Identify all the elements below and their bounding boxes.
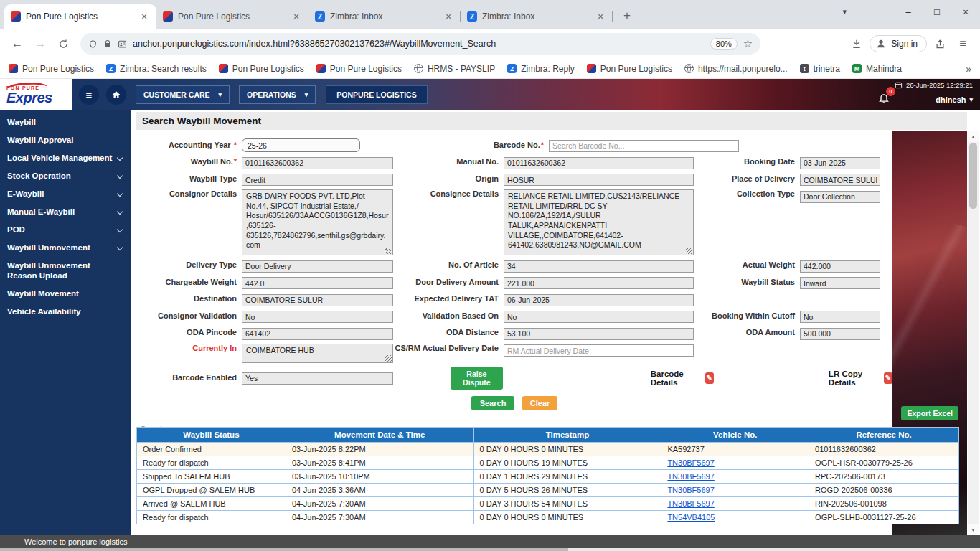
shield-icon[interactable] xyxy=(88,39,98,49)
browser-tab[interactable]: Pon Pure Logistics× xyxy=(4,4,156,29)
validation-based-on-input[interactable] xyxy=(504,311,694,323)
scroll-down-icon[interactable]: ▼ xyxy=(968,524,979,535)
barcode-enabled-input[interactable] xyxy=(242,372,393,385)
lock-icon[interactable] xyxy=(103,39,112,48)
delivery-type-input[interactable] xyxy=(242,260,393,273)
bookmark-item[interactable]: MMahindra xyxy=(852,64,902,74)
browser-tab[interactable]: ZZimbra: Inbox× xyxy=(461,4,613,29)
tab-close-icon[interactable]: × xyxy=(595,11,606,22)
bookmark-item[interactable]: Pon Pure Logistics xyxy=(219,64,304,74)
downloads-button[interactable] xyxy=(847,34,867,54)
horizontal-scrollbar[interactable] xyxy=(0,548,980,551)
reload-button[interactable] xyxy=(53,34,73,54)
tab-close-icon[interactable]: × xyxy=(138,11,150,22)
menu-customer-care[interactable]: CUSTOMER CARE ▾ xyxy=(136,85,230,104)
bookmark-item[interactable]: Pon Pure Logistics xyxy=(316,64,402,74)
sign-in-button[interactable]: Sign in xyxy=(870,35,927,52)
manual-no-input[interactable] xyxy=(504,157,694,169)
share-button[interactable] xyxy=(930,34,950,54)
consignor-validation-input[interactable] xyxy=(242,311,393,323)
barcode-details-edit-icon[interactable]: ✎ xyxy=(705,372,714,384)
horizontal-scrollbar-thumb[interactable] xyxy=(0,548,568,551)
lr-copy-details-edit-icon[interactable]: ✎ xyxy=(884,372,892,384)
cs-rm-actual-delivery-date-input[interactable] xyxy=(504,344,694,357)
search-button[interactable]: Search xyxy=(471,396,515,410)
consignee-details-textarea[interactable]: RELIANCE RETAIL LIMITED,CUS2143/RELIANCE… xyxy=(504,189,694,255)
browser-tab[interactable]: ZZimbra: Inbox× xyxy=(308,4,461,29)
currently-in-textarea[interactable]: COIMBATORE HUB xyxy=(242,344,393,363)
browser-tab[interactable]: Pon Pure Logistics× xyxy=(156,4,308,29)
no-of-article-input[interactable] xyxy=(504,260,694,273)
user-menu[interactable]: dhinesh ▾ xyxy=(936,95,973,104)
waybill-status-input[interactable] xyxy=(800,277,880,289)
back-button[interactable]: ← xyxy=(7,34,27,54)
expected-delivery-tat-input[interactable] xyxy=(504,294,694,306)
booking-date-input[interactable] xyxy=(800,157,880,169)
scroll-up-icon[interactable]: ▲ xyxy=(968,131,979,142)
vehicle-link[interactable]: TN30BF5697 xyxy=(667,458,714,467)
sidebar-item[interactable]: POD xyxy=(0,221,131,239)
waybill-no-input[interactable] xyxy=(242,157,393,169)
sidebar-item[interactable]: Vehicle Availability xyxy=(0,303,131,321)
id-badge-icon[interactable] xyxy=(118,39,127,49)
clear-button[interactable]: Clear xyxy=(522,396,558,410)
address-bar[interactable]: anchor.ponpurelogistics.com/index.html?6… xyxy=(80,33,760,55)
sidebar-item[interactable]: Manual E-Waybill xyxy=(0,203,131,221)
chargeable-weight-input[interactable] xyxy=(242,277,393,289)
notifications-button[interactable]: 0 xyxy=(878,92,890,107)
oda-pincode-input[interactable] xyxy=(242,328,393,340)
scrollbar-thumb[interactable] xyxy=(969,143,977,209)
new-tab-button[interactable]: + xyxy=(617,6,637,26)
bookmark-item[interactable]: Pon Pure Logistics xyxy=(587,64,672,74)
waybill-type-input[interactable] xyxy=(242,174,393,186)
accounting-year-select[interactable]: 25-26 xyxy=(242,138,360,152)
door-delivery-amount-input[interactable] xyxy=(504,277,694,289)
sidebar-item[interactable]: Waybill Unmovement Reason Upload xyxy=(0,257,131,286)
actual-weight-input[interactable] xyxy=(800,260,880,273)
home-button[interactable] xyxy=(106,85,126,105)
sidebar-item[interactable]: Waybill xyxy=(0,113,131,131)
bookmark-item[interactable]: ttrinetra xyxy=(800,64,840,74)
sidebar-item[interactable]: Waybill Unmovement xyxy=(0,239,131,257)
sidebar-item[interactable]: Local Vehicle Management xyxy=(0,149,131,167)
sidebar-item[interactable]: E-Waybill xyxy=(0,185,131,203)
bookmark-item[interactable]: https://mail.ponpurelo... xyxy=(684,64,788,74)
forward-button[interactable]: → xyxy=(30,34,50,54)
bookmark-item[interactable]: Pon Pure Logistics xyxy=(9,64,94,74)
collection-type-input[interactable] xyxy=(800,191,880,203)
bookmark-label: Zimbra: Reply xyxy=(521,64,575,74)
window-close-button[interactable]: × xyxy=(951,0,980,23)
minimize-button[interactable]: – xyxy=(894,0,923,23)
bookmark-star-icon[interactable]: ☆ xyxy=(743,37,753,50)
bookmarks-overflow-icon[interactable]: » xyxy=(966,63,971,75)
zoom-badge[interactable]: 80% xyxy=(710,38,738,50)
sidebar-item[interactable]: Stock Operation xyxy=(0,167,131,185)
tab-close-icon[interactable]: × xyxy=(291,11,302,22)
tab-close-icon[interactable]: × xyxy=(443,11,454,22)
vehicle-link[interactable]: TN30BF5697 xyxy=(667,486,714,494)
sidebar-item[interactable]: Waybill Movement xyxy=(0,285,131,303)
menu-operations[interactable]: OPERATIONS ▾ xyxy=(239,85,316,104)
place-of-delivery-input[interactable] xyxy=(800,174,880,186)
bookmark-item[interactable]: HRMS - PAYSLIP xyxy=(414,64,495,74)
vertical-scrollbar[interactable]: ▲ ▼ xyxy=(968,131,979,535)
bookmark-item[interactable]: ZZimbra: Reply xyxy=(507,64,575,74)
vehicle-link[interactable]: TN54VB4105 xyxy=(667,513,715,522)
bookmark-item[interactable]: ZZimbra: Search results xyxy=(106,64,207,74)
consignor-details-textarea[interactable]: GRB DAIRY FOODS PVT. LTD,Plot No.44, SIP… xyxy=(242,189,393,255)
tab-search-icon[interactable]: ▾ xyxy=(842,7,847,17)
destination-input[interactable] xyxy=(242,294,393,306)
oda-distance-input[interactable] xyxy=(504,328,694,340)
vehicle-link[interactable]: TN30BF5697 xyxy=(667,472,714,481)
barcode-no-input[interactable] xyxy=(549,140,739,152)
sidebar-item[interactable]: Waybill Approval xyxy=(0,131,131,149)
raise-dispute-button[interactable]: Raise Dispute xyxy=(451,367,503,390)
export-excel-button[interactable]: Export Excel xyxy=(901,406,958,420)
vehicle-link[interactable]: TN30BF5697 xyxy=(667,499,714,508)
origin-input[interactable] xyxy=(504,174,694,186)
oda-amount-input[interactable] xyxy=(800,328,880,340)
maximize-button[interactable]: □ xyxy=(923,0,951,23)
booking-within-cutoff-input[interactable] xyxy=(800,311,880,323)
browser-menu-button[interactable]: ≡ xyxy=(953,34,973,54)
app-menu-button[interactable]: ≡ xyxy=(79,85,99,105)
